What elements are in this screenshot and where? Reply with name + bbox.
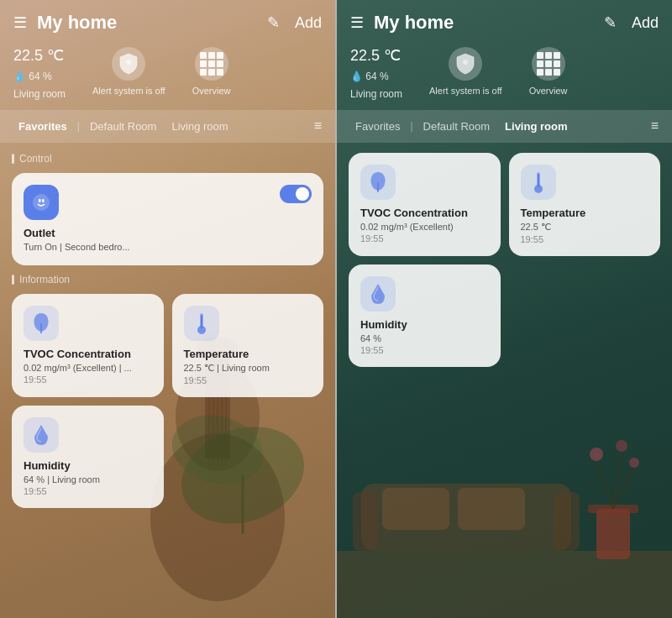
right-temp-icon bbox=[521, 165, 556, 200]
left-temperature-card[interactable]: Temperature 22.5 ℃ | Living room 19:55 bbox=[172, 294, 324, 397]
svg-rect-14 bbox=[39, 199, 41, 202]
left-menu-icon[interactable]: ☰ bbox=[13, 13, 27, 32]
left-outlet-icon bbox=[24, 185, 59, 220]
left-overview-label: Overview bbox=[192, 86, 231, 96]
svg-point-13 bbox=[33, 194, 50, 211]
right-add-icon[interactable]: Add bbox=[632, 14, 659, 32]
left-title: My home bbox=[37, 12, 252, 34]
left-tvoc-card[interactable]: TVOC Concentration 0.02 mg/m³ (Excellent… bbox=[12, 294, 164, 397]
svg-rect-36 bbox=[538, 174, 539, 187]
left-humidity-time: 19:55 bbox=[24, 486, 152, 496]
left-alert-status[interactable]: Alert system is off bbox=[92, 47, 165, 96]
left-tvoc-icon bbox=[24, 306, 59, 341]
right-status-bar: 22.5 ℃ 💧 64 % Living room Alert system i… bbox=[337, 42, 672, 110]
left-temp-icon bbox=[184, 306, 219, 341]
right-humidity-time: 19:55 bbox=[360, 345, 489, 355]
right-drop-svg-icon bbox=[370, 282, 386, 306]
right-header: ☰ My home ✎ Add bbox=[337, 0, 672, 42]
left-alert-label: Alert system is off bbox=[92, 86, 165, 96]
left-shield-icon bbox=[119, 53, 138, 75]
left-temp-value: 22.5 ℃ bbox=[13, 47, 64, 65]
left-humidity-icon bbox=[24, 417, 59, 453]
left-tabs: Favorites | Default Room Living room ≡ bbox=[0, 110, 335, 143]
left-temp-status[interactable]: 22.5 ℃ 💧 64 % Living room bbox=[13, 47, 66, 102]
left-overview-status[interactable]: Overview bbox=[192, 47, 231, 96]
left-scroll-content: Control Outlet bbox=[0, 143, 335, 618]
svg-point-12 bbox=[126, 60, 131, 65]
left-outlet-toggle[interactable] bbox=[280, 185, 312, 203]
right-temp-value: 22.5 ℃ bbox=[350, 47, 401, 65]
right-tvoc-icon bbox=[360, 165, 396, 200]
right-edit-icon[interactable]: ✎ bbox=[604, 13, 617, 32]
right-humidity-icon bbox=[360, 276, 396, 312]
right-panel: ☰ My home ✎ Add 22.5 ℃ 💧 64 % Living roo… bbox=[337, 0, 672, 618]
right-temp-sub: 22.5 ℃ bbox=[521, 222, 649, 233]
left-header: ☰ My home ✎ Add bbox=[0, 0, 335, 42]
right-grid-icon bbox=[537, 52, 560, 76]
left-humidity-sub: 64 % | Living room bbox=[24, 474, 152, 484]
right-temp-title: Temperature bbox=[521, 207, 649, 219]
left-tab-living-room[interactable]: Living room bbox=[166, 117, 233, 136]
right-alert-label: Alert system is off bbox=[429, 86, 502, 96]
left-humidity-title: Humidity bbox=[24, 459, 152, 472]
right-temperature-card[interactable]: Temperature 22.5 ℃ 19:55 bbox=[509, 153, 661, 256]
right-grid-container bbox=[532, 47, 565, 81]
right-shield-container bbox=[449, 47, 482, 81]
left-panel-content: ☰ My home ✎ Add 22.5 ℃ 💧 64 % Living roo… bbox=[0, 0, 335, 618]
right-room-label: Living room bbox=[350, 88, 402, 102]
leaf-svg-icon bbox=[31, 312, 51, 335]
right-tvoc-time: 19:55 bbox=[360, 233, 489, 244]
left-tvoc-time: 19:55 bbox=[24, 374, 152, 385]
right-humidity-value: 💧 64 % bbox=[350, 71, 389, 84]
left-tvoc-title: TVOC Concentration bbox=[24, 348, 152, 360]
right-alert-status[interactable]: Alert system is off bbox=[429, 47, 502, 96]
left-tabs-menu-icon[interactable]: ≡ bbox=[314, 118, 322, 134]
right-title: My home bbox=[374, 12, 589, 34]
left-tab-default-room[interactable]: Default Room bbox=[85, 117, 161, 136]
left-status-bar: 22.5 ℃ 💧 64 % Living room Alert system i… bbox=[0, 42, 335, 110]
right-info-cards: TVOC Concentration 0.02 mg/m³ (Excellent… bbox=[349, 153, 660, 367]
svg-rect-15 bbox=[42, 199, 45, 202]
left-temp-title: Temperature bbox=[184, 348, 312, 360]
right-tabs-menu-icon[interactable]: ≡ bbox=[651, 118, 659, 134]
right-shield-icon bbox=[456, 53, 475, 75]
outlet-svg-icon bbox=[32, 193, 50, 212]
left-outlet-title: Outlet bbox=[24, 227, 312, 239]
left-shield-container bbox=[112, 47, 145, 81]
right-tab-divider: | bbox=[410, 120, 412, 132]
left-humidity-card[interactable]: Humidity 64 % | Living room 19:55 bbox=[12, 406, 164, 508]
right-humidity-sub: 64 % bbox=[360, 333, 489, 343]
left-tvoc-sub: 0.02 mg/m³ (Excellent) | ... bbox=[24, 363, 152, 373]
right-humidity-title: Humidity bbox=[360, 318, 489, 331]
left-humidity-value: 💧 64 % bbox=[13, 71, 52, 84]
left-info-cards: TVOC Concentration 0.02 mg/m³ (Excellent… bbox=[12, 294, 323, 508]
left-control-section-label: Control bbox=[12, 153, 323, 165]
right-menu-icon[interactable]: ☰ bbox=[350, 13, 364, 32]
left-add-icon[interactable]: Add bbox=[295, 14, 322, 32]
left-outlet-toggle-knob bbox=[296, 187, 309, 201]
right-leaf-svg-icon bbox=[368, 170, 388, 194]
left-edit-icon[interactable]: ✎ bbox=[267, 13, 280, 32]
right-humidity-card[interactable]: Humidity 64 % 19:55 bbox=[349, 264, 501, 367]
left-room-label: Living room bbox=[13, 88, 66, 102]
right-tab-favorites[interactable]: Favorites bbox=[350, 117, 405, 136]
left-control-cards: Outlet Turn On | Second bedro... bbox=[12, 173, 323, 265]
thermometer-svg-icon bbox=[194, 312, 209, 335]
left-outlet-sub: Turn On | Second bedro... bbox=[24, 242, 312, 252]
left-outlet-card[interactable]: Outlet Turn On | Second bedro... bbox=[12, 173, 323, 265]
left-tab-divider: | bbox=[77, 120, 80, 132]
right-tab-default-room[interactable]: Default Room bbox=[418, 117, 495, 136]
left-panel: ☰ My home ✎ Add 22.5 ℃ 💧 64 % Living roo… bbox=[0, 0, 335, 618]
right-tvoc-title: TVOC Concentration bbox=[360, 207, 489, 219]
right-temp-status[interactable]: 22.5 ℃ 💧 64 % Living room bbox=[350, 47, 402, 102]
right-scroll-content: TVOC Concentration 0.02 mg/m³ (Excellent… bbox=[337, 143, 672, 618]
svg-rect-18 bbox=[201, 315, 202, 328]
right-overview-status[interactable]: Overview bbox=[529, 47, 568, 96]
left-tab-favorites[interactable]: Favorites bbox=[13, 117, 72, 136]
right-tabs: Favorites | Default Room Living room ≡ bbox=[337, 110, 672, 143]
left-temp-sub: 22.5 ℃ | Living room bbox=[184, 363, 312, 374]
right-tab-living-room[interactable]: Living room bbox=[500, 117, 572, 136]
right-tvoc-card[interactable]: TVOC Concentration 0.02 mg/m³ (Excellent… bbox=[349, 153, 501, 256]
left-info-section-label: Information bbox=[12, 274, 323, 285]
right-temp-time: 19:55 bbox=[521, 234, 649, 244]
